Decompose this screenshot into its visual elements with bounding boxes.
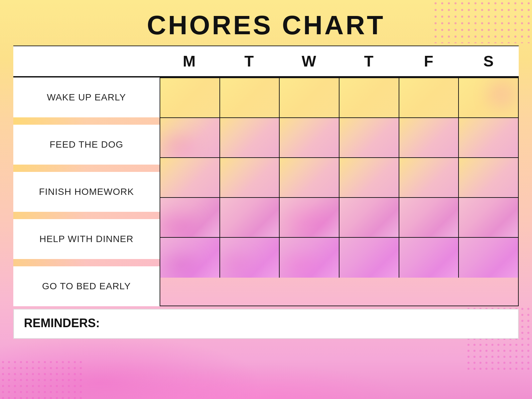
chore-label-4: GO TO BED EARLY — [13, 266, 160, 306]
cell-3-4[interactable] — [399, 198, 459, 237]
header-spacer — [13, 46, 160, 76]
cell-0-1[interactable] — [220, 78, 280, 117]
cell-1-0[interactable] — [160, 118, 220, 157]
day-thursday: T — [339, 46, 399, 76]
cell-2-2[interactable] — [280, 158, 339, 197]
stripe-4 — [13, 259, 160, 266]
stripe-2 — [13, 165, 160, 172]
reminders-section: REMINDERS: — [13, 309, 519, 339]
grid-row-1 — [160, 118, 518, 158]
cell-0-4[interactable] — [399, 78, 459, 117]
cell-1-4[interactable] — [399, 118, 459, 157]
cell-3-2[interactable] — [280, 198, 339, 237]
cell-3-3[interactable] — [339, 198, 399, 237]
cell-1-1[interactable] — [220, 118, 280, 157]
grid-row-2 — [160, 158, 518, 198]
cell-4-2[interactable] — [280, 238, 339, 278]
cell-2-5[interactable] — [459, 158, 518, 197]
grid-row-3 — [160, 198, 518, 238]
cell-2-1[interactable] — [220, 158, 280, 197]
cell-3-0[interactable] — [160, 198, 220, 237]
day-header-row: M T W T F S — [13, 46, 519, 77]
cell-2-0[interactable] — [160, 158, 220, 197]
cell-3-5[interactable] — [459, 198, 518, 237]
stripe-3 — [13, 212, 160, 219]
cell-2-3[interactable] — [339, 158, 399, 197]
chores-grid — [160, 77, 519, 306]
cell-4-0[interactable] — [160, 238, 220, 278]
grid-row-4 — [160, 238, 518, 278]
cell-1-2[interactable] — [280, 118, 339, 157]
day-saturday: S — [459, 46, 519, 76]
cell-2-4[interactable] — [399, 158, 459, 197]
cell-0-5[interactable] — [459, 78, 518, 117]
reminders-label: REMINDERS: — [24, 316, 100, 330]
stripe-1 — [13, 117, 160, 125]
chore-label-3: HELP WITH DINNER — [13, 219, 160, 259]
cell-0-0[interactable] — [160, 78, 220, 117]
cell-4-1[interactable] — [220, 238, 280, 278]
chore-label-1: FEED THE DOG — [13, 125, 160, 165]
page-title: CHORES CHART — [13, 10, 519, 41]
cell-4-4[interactable] — [399, 238, 459, 278]
cell-3-1[interactable] — [220, 198, 280, 237]
chore-label-0: WAKE UP EARLY — [13, 77, 160, 117]
grid-row-0 — [160, 78, 518, 118]
cell-0-3[interactable] — [339, 78, 399, 117]
day-headers: M T W T F S — [160, 46, 519, 76]
day-tuesday: T — [219, 46, 279, 76]
chart-area: WAKE UP EARLY FEED THE DOG FINISH HOMEWO… — [13, 77, 519, 306]
day-monday: M — [160, 46, 219, 76]
cell-4-5[interactable] — [459, 238, 518, 278]
cell-1-3[interactable] — [339, 118, 399, 157]
cell-1-5[interactable] — [459, 118, 518, 157]
labels-column: WAKE UP EARLY FEED THE DOG FINISH HOMEWO… — [13, 77, 160, 306]
header: CHORES CHART — [13, 0, 519, 46]
cell-4-3[interactable] — [339, 238, 399, 278]
chore-label-2: FINISH HOMEWORK — [13, 172, 160, 212]
day-wednesday: W — [279, 46, 339, 76]
day-friday: F — [399, 46, 459, 76]
cell-0-2[interactable] — [280, 78, 339, 117]
